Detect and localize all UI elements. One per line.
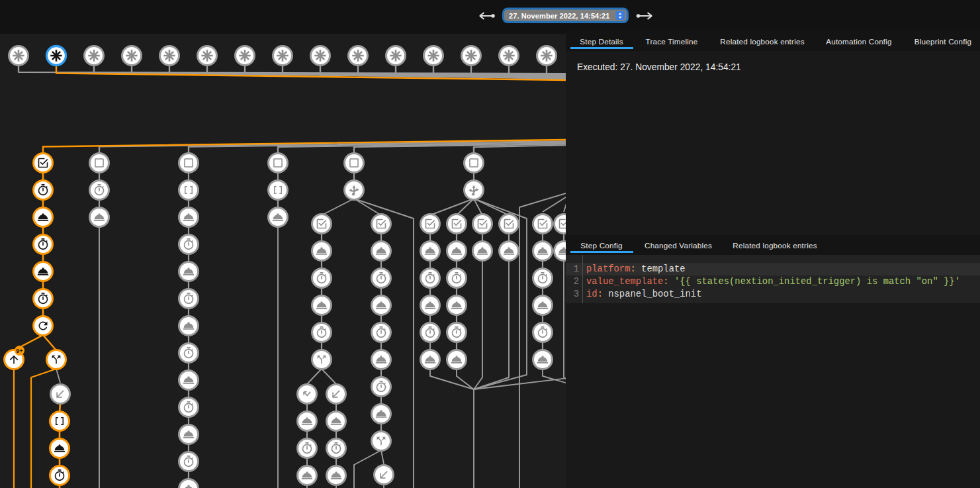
svg-text:27. November 2022, 14:54:21: 27. November 2022, 14:54:21 bbox=[509, 12, 610, 20]
svg-text:9+: 9+ bbox=[16, 348, 22, 354]
